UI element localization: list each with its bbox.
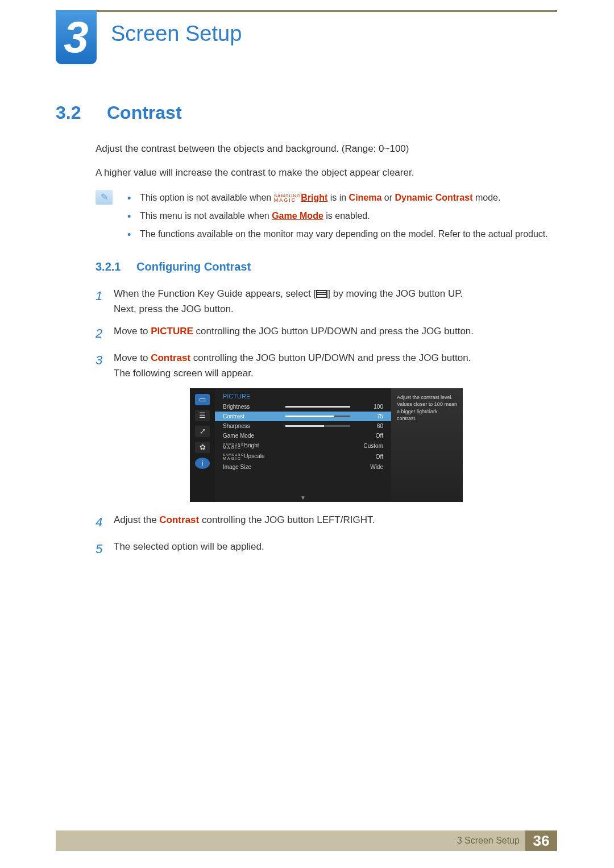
- step-number: 4: [96, 512, 106, 532]
- step-3: 3 Move to Contrast controlling the JOG b…: [96, 350, 557, 381]
- osd-row-magicupscale[interactable]: SAMSUNGMAGICUpscale Off: [215, 451, 391, 462]
- osd-tab-picture-icon[interactable]: ▭: [195, 394, 210, 405]
- step-number: 1: [96, 286, 106, 317]
- osd-sidebar: ▭ ☰ ⤢ ✿ i: [190, 388, 215, 502]
- note-item-3: The functions available on the monitor m…: [125, 226, 548, 242]
- magic-bright-link[interactable]: Bright: [301, 193, 327, 202]
- magic-bright-label: SAMSUNGMAGIC: [274, 194, 301, 202]
- intro-paragraph-1: Adjust the contrast between the objects …: [96, 142, 557, 156]
- contrast-option: Contrast: [159, 514, 199, 525]
- osd-tab-list-icon[interactable]: ☰: [195, 410, 210, 421]
- footer-chapter-label: 3 Screen Setup: [457, 836, 525, 846]
- osd-row-sharpness[interactable]: Sharpness 60: [215, 421, 391, 431]
- note-icon: ✎: [96, 190, 113, 205]
- step-1: 1 When the Function Key Guide appears, s…: [96, 286, 557, 317]
- note-item-1: This option is not available when SAMSUN…: [125, 190, 548, 206]
- subsection-number: 3.2.1: [96, 260, 125, 273]
- game-mode-link[interactable]: Game Mode: [272, 211, 323, 221]
- note-text: This option is not available when: [140, 193, 274, 202]
- step-number: 5: [96, 539, 106, 559]
- osd-scroll-down-icon[interactable]: ▼: [300, 495, 306, 501]
- chapter-number-badge: 3: [56, 10, 97, 64]
- subsection-title: Configuring Contrast: [136, 260, 251, 273]
- step-5: 5 The selected option will be applied.: [96, 539, 557, 559]
- osd-help-panel: Adjust the contrast level. Values closer…: [391, 388, 463, 502]
- page-number: 36: [525, 830, 557, 851]
- note-item-2: This menu is not available when Game Mod…: [125, 208, 548, 224]
- osd-tab-info-icon[interactable]: i: [195, 458, 210, 469]
- step-number: 3: [96, 350, 106, 381]
- notes-list: This option is not available when SAMSUN…: [125, 190, 548, 244]
- page-footer: 3 Screen Setup 36: [56, 830, 557, 851]
- osd-row-gamemode[interactable]: Game Mode Off: [215, 431, 391, 441]
- osd-row-imagesize[interactable]: Image Size Wide: [215, 462, 391, 472]
- picture-menu: PICTURE: [151, 326, 193, 337]
- menu-icon: [316, 290, 327, 298]
- dynamic-contrast-mode: Dynamic Contrast: [395, 193, 473, 202]
- osd-row-contrast[interactable]: Contrast 75: [215, 412, 391, 421]
- osd-row-brightness[interactable]: Brightness 100: [215, 402, 391, 412]
- osd-tab-settings-icon[interactable]: ✿: [195, 442, 210, 453]
- step-4: 4 Adjust the Contrast controlling the JO…: [96, 512, 557, 532]
- section-title: Contrast: [107, 102, 182, 123]
- osd-tab-resize-icon[interactable]: ⤢: [195, 426, 210, 437]
- section-number: 3.2: [56, 102, 91, 123]
- intro-paragraph-2: A higher value will increase the contras…: [96, 165, 557, 180]
- chapter-title: Screen Setup: [111, 22, 242, 46]
- step-number: 2: [96, 323, 106, 343]
- cinema-mode: Cinema: [349, 193, 382, 202]
- step-2: 2 Move to PICTURE controlling the JOG bu…: [96, 323, 557, 343]
- top-divider: [56, 10, 557, 12]
- osd-panel: ▭ ☰ ⤢ ✿ i PICTURE Brightness 100 Contras…: [190, 388, 463, 502]
- osd-header: PICTURE: [215, 393, 391, 402]
- osd-main: PICTURE Brightness 100 Contrast 75 Sharp…: [215, 388, 391, 502]
- contrast-option: Contrast: [151, 352, 190, 363]
- osd-row-magicbright[interactable]: SAMSUNGMAGICBright Custom: [215, 441, 391, 451]
